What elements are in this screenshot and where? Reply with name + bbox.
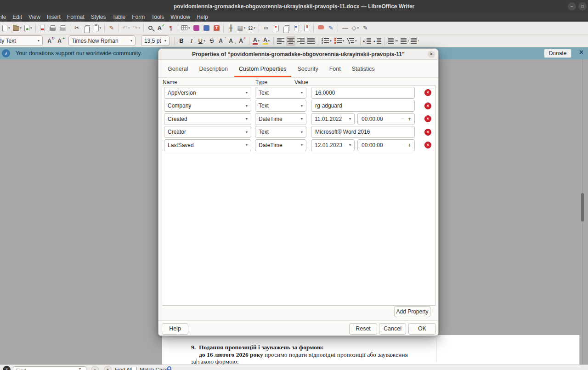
comment-icon[interactable] — [316, 23, 325, 33]
menu-view[interactable]: View — [25, 13, 44, 22]
font-name-combo[interactable]: Times New Roman▾ — [66, 36, 138, 46]
remove-property-button[interactable]: × — [424, 115, 431, 122]
copy-icon[interactable] — [83, 23, 92, 33]
donate-button[interactable]: Donate — [544, 49, 571, 58]
underline-icon[interactable]: U▾ — [197, 36, 206, 46]
property-type-combo[interactable]: Text▾ — [255, 126, 306, 138]
find-close-icon[interactable]: × — [3, 366, 11, 370]
tab-custom-properties[interactable]: Custom Properties — [233, 64, 292, 76]
remove-property-button[interactable]: × — [424, 142, 431, 148]
find-all-button[interactable]: Find All — [115, 367, 132, 370]
menu-table[interactable]: Table — [109, 13, 129, 22]
property-type-combo[interactable]: Text▾ — [255, 87, 306, 99]
menu-tools[interactable]: Tools — [148, 13, 167, 22]
find-next-button[interactable]: ▼ — [104, 366, 112, 370]
outline-list-icon[interactable]: ▾ — [346, 36, 358, 46]
menu-format[interactable]: Format — [64, 13, 88, 22]
save-icon[interactable]: ▾ — [23, 23, 33, 33]
minimize-button[interactable]: – — [568, 2, 576, 11]
decrease-paragraph-spacing-icon[interactable]: ↕ — [410, 36, 419, 46]
dialog-close-button[interactable]: × — [428, 51, 435, 58]
remove-property-button[interactable]: × — [424, 129, 431, 136]
find-previous-button[interactable]: ▲ — [91, 366, 99, 370]
add-property-button[interactable]: Add Property — [394, 306, 430, 317]
special-character-icon[interactable]: Ω▾ — [247, 23, 256, 33]
insert-chart-icon[interactable] — [202, 23, 211, 33]
find-input[interactable] — [13, 366, 86, 370]
document-page[interactable]: 9. Подання пропозицій і зауважень за фор… — [162, 335, 580, 364]
insert-image-icon[interactable] — [192, 23, 201, 33]
property-type-combo[interactable]: DateTime▾ — [255, 139, 306, 151]
print-preview-icon[interactable] — [58, 23, 68, 33]
property-date-combo[interactable]: 11.01.2022▾ — [311, 113, 355, 125]
highlight-color-icon[interactable]: A▾ — [262, 36, 271, 46]
help-button[interactable]: Help — [162, 323, 188, 335]
justify-icon[interactable] — [306, 36, 316, 46]
decrease-indent-icon[interactable]: ◂ — [373, 36, 382, 46]
tab-statistics[interactable]: Statistics — [346, 64, 380, 76]
cut-icon[interactable]: ✂ — [73, 23, 82, 33]
property-time-field[interactable]: 00:00:00 − + — [357, 139, 415, 151]
cancel-button[interactable]: Cancel — [379, 323, 406, 335]
increase-indent-icon[interactable]: ▸ — [363, 36, 372, 46]
clear-formatting-icon[interactable]: A✗ — [237, 36, 247, 46]
line-icon[interactable]: — — [340, 23, 350, 33]
menu-form[interactable]: Form — [129, 13, 148, 22]
menu-window[interactable]: Window — [167, 13, 193, 22]
italic-icon[interactable]: I — [187, 36, 196, 46]
property-date-combo[interactable]: 12.01.2023▾ — [311, 139, 355, 151]
property-name-combo[interactable]: Company▾ — [164, 100, 251, 112]
numbered-list-icon[interactable]: ▾ — [334, 36, 345, 46]
font-size-combo[interactable]: 13,5 pt▾ — [139, 36, 172, 46]
endnote-icon[interactable] — [282, 23, 291, 33]
new-style-icon[interactable]: A+ — [56, 36, 65, 46]
property-value-input[interactable] — [311, 126, 415, 138]
menu-insert[interactable]: Insert — [44, 13, 64, 22]
redo-icon[interactable]: ↷▾ — [131, 23, 141, 33]
remove-property-button[interactable]: × — [424, 89, 431, 96]
footnote-icon[interactable] — [271, 23, 281, 33]
line-spacing-icon[interactable]: ↕▾ — [387, 36, 399, 46]
track-changes-icon[interactable]: ✎ — [326, 23, 335, 33]
menu-file[interactable]: File — [0, 13, 9, 22]
reset-button[interactable]: Reset — [349, 323, 377, 335]
new-document-icon[interactable]: ▾ — [1, 23, 11, 33]
property-type-combo[interactable]: DateTime▾ — [255, 113, 306, 125]
font-color-icon[interactable]: A▾ — [252, 36, 261, 46]
open-icon[interactable]: ▾ — [12, 23, 23, 33]
infobar-close-icon[interactable]: × — [579, 48, 583, 57]
property-name-combo[interactable]: Creator▾ — [164, 126, 251, 138]
tab-description[interactable]: Description — [193, 64, 233, 76]
insert-table-icon[interactable]: ▾ — [181, 23, 191, 33]
remove-property-button[interactable]: × — [424, 102, 431, 109]
menu-help[interactable]: Help — [193, 13, 211, 22]
tab-general[interactable]: General — [162, 64, 193, 76]
undo-icon[interactable]: ↶▾ — [121, 23, 130, 33]
paragraph-style-combo[interactable]: Body Text▾ — [1, 36, 45, 46]
time-increment-button[interactable]: + — [407, 115, 412, 122]
property-time-field[interactable]: 00:00:00 − + — [357, 113, 415, 125]
property-name-combo[interactable]: Created▾ — [164, 113, 251, 125]
maximize-button[interactable]: □ — [578, 2, 587, 11]
time-decrement-button[interactable]: − — [399, 142, 407, 148]
find-and-replace-icon[interactable] — [167, 366, 171, 370]
property-value-input[interactable] — [311, 87, 415, 99]
freeform-line-icon[interactable]: ✎ — [361, 23, 370, 33]
property-name-combo[interactable]: LastSaved▾ — [164, 139, 251, 151]
export-pdf-icon[interactable] — [38, 23, 47, 33]
time-increment-button[interactable]: + — [407, 142, 412, 148]
menu-styles[interactable]: Styles — [88, 13, 109, 22]
match-case-checkbox[interactable] — [131, 367, 137, 370]
ok-button[interactable]: OK — [408, 323, 436, 335]
paste-icon[interactable]: ▾ — [93, 23, 102, 33]
hyperlink-icon[interactable]: ∞ — [261, 23, 271, 33]
clone-formatting-icon[interactable]: ✎ — [107, 23, 116, 33]
property-type-combo[interactable]: Text▾ — [255, 100, 306, 112]
superscript-icon[interactable]: A² — [217, 36, 226, 46]
update-style-icon[interactable]: A↻ — [46, 36, 55, 46]
align-right-icon[interactable] — [296, 36, 305, 46]
tab-security[interactable]: Security — [292, 64, 324, 76]
property-value-input[interactable] — [311, 100, 415, 112]
bold-icon[interactable]: B — [177, 36, 186, 46]
find-history-chevron-icon[interactable]: ▾ — [79, 367, 81, 370]
